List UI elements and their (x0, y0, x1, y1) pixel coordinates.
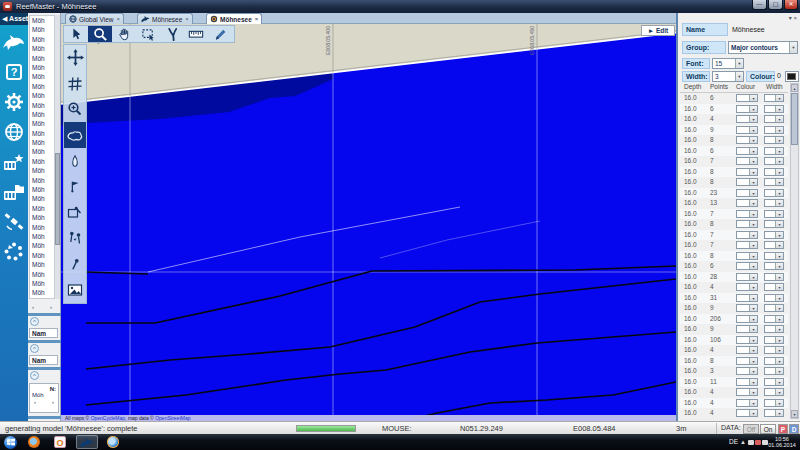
table-row[interactable]: 16.06▾▾ (680, 104, 788, 115)
map-canvas[interactable] (61, 13, 676, 421)
chevron-down-icon[interactable]: ▾ (775, 137, 783, 143)
cell-colour-select[interactable]: ▾ (736, 147, 758, 155)
list-item[interactable]: Möh (30, 119, 54, 128)
cell-colour-select[interactable]: ▾ (736, 231, 758, 239)
select-tool-button[interactable] (64, 26, 88, 42)
chevron-down-icon[interactable]: ▾ (749, 368, 757, 374)
maximize-button[interactable]: ▢ (768, 0, 783, 10)
collapse-chevron-button[interactable]: ^ (30, 344, 39, 353)
cell-width-select[interactable]: ▾ (764, 147, 784, 155)
cell-width-select[interactable]: ▾ (764, 178, 784, 186)
chevron-down-icon[interactable]: ▾ (749, 95, 757, 101)
list-item[interactable]: Möh (30, 16, 54, 25)
chevron-down-icon[interactable]: ▾ (775, 347, 783, 353)
cell-width-select[interactable]: ▾ (764, 210, 784, 218)
list-item[interactable]: Möh (30, 82, 54, 91)
cell-width-select[interactable]: ▾ (764, 126, 784, 134)
chevron-down-icon[interactable]: ▾ (749, 316, 757, 322)
cell-colour-select[interactable]: ▾ (736, 168, 758, 176)
table-row[interactable]: 16.04▾▾ (680, 398, 788, 409)
cell-width-select[interactable]: ▾ (764, 115, 784, 123)
help-icon[interactable]: ? (0, 59, 28, 85)
chevron-down-icon[interactable]: ▾ (775, 284, 783, 290)
data-off-button[interactable]: Off (743, 424, 759, 434)
buoy-marker-button[interactable] (64, 148, 86, 174)
cell-colour-select[interactable]: ▾ (736, 283, 758, 291)
chevron-down-icon[interactable]: ▾ (775, 326, 783, 332)
list-item[interactable]: Möh (30, 44, 54, 53)
chevron-down-icon[interactable]: ▾ (749, 106, 757, 112)
mini-nav[interactable]: ‹ › (30, 398, 58, 405)
group-select[interactable]: Major contours ▾ (728, 41, 798, 54)
photo-overlay-button[interactable] (64, 277, 86, 303)
scroll-up-icon[interactable]: ▴ (791, 84, 798, 92)
chevron-down-icon[interactable]: ▾ (749, 347, 757, 353)
chevron-down-icon[interactable]: ▾ (775, 116, 783, 122)
volume-icon[interactable] (748, 440, 754, 445)
flag-icon[interactable] (755, 440, 761, 445)
chevron-down-icon[interactable]: ▾ (775, 158, 783, 164)
chevron-down-icon[interactable]: ▾ (775, 358, 783, 364)
chevron-down-icon[interactable]: ▾ (749, 148, 757, 154)
cell-width-select[interactable]: ▾ (764, 283, 784, 291)
list-item[interactable]: Möh (30, 260, 54, 269)
chevron-down-icon[interactable]: ▾ (775, 232, 783, 238)
cell-width-select[interactable]: ▾ (764, 220, 784, 228)
table-row[interactable]: 16.09▾▾ (680, 125, 788, 136)
list-item[interactable]: Möh (30, 35, 54, 44)
media-folder-icon[interactable] (0, 179, 28, 205)
list-item[interactable]: Möh (30, 251, 54, 260)
cell-width-select[interactable]: ▾ (764, 105, 784, 113)
chevron-down-icon[interactable]: ▾ (775, 253, 783, 259)
close-button[interactable]: ✕ (784, 0, 798, 10)
list-item[interactable]: Möh (30, 157, 54, 166)
cell-colour-select[interactable]: ▾ (736, 220, 758, 228)
list-item[interactable]: Möh (30, 54, 54, 63)
chevron-down-icon[interactable]: ▾ (775, 169, 783, 175)
openstreetmap-link[interactable]: OpenStreetMap (155, 415, 190, 421)
table-row[interactable]: 16.08▾▾ (680, 167, 788, 178)
table-row[interactable]: 16.08▾▾ (680, 135, 788, 146)
chevron-down-icon[interactable]: ▾ (749, 253, 757, 259)
data-d-button[interactable]: D (789, 424, 799, 434)
table-scrollbar[interactable]: ▴ ▾ (790, 83, 799, 419)
table-row[interactable]: 16.08▾▾ (680, 356, 788, 367)
table-row[interactable]: 16.06▾▾ (680, 93, 788, 104)
list-item[interactable]: Möh (30, 72, 54, 81)
gps-satellite-icon[interactable] (0, 209, 28, 235)
chevron-down-icon[interactable]: ▾ (749, 337, 757, 343)
marquee-select-button[interactable] (136, 26, 160, 42)
cell-colour-select[interactable]: ▾ (736, 115, 758, 123)
cell-colour-select[interactable]: ▾ (736, 325, 758, 333)
table-row[interactable]: 16.07▾▾ (680, 156, 788, 167)
chevron-down-icon[interactable]: ▾ (775, 305, 783, 311)
table-row[interactable]: 16.04▾▾ (680, 387, 788, 398)
nav-next-icon[interactable]: › (50, 303, 52, 311)
cell-width-select[interactable]: ▾ (764, 409, 784, 417)
cell-width-select[interactable]: ▾ (764, 294, 784, 302)
table-row[interactable]: 16.08▾▾ (680, 177, 788, 188)
table-row[interactable]: 16.0106▾▾ (680, 335, 788, 346)
chevron-down-icon[interactable]: ▾ (749, 127, 757, 133)
reefmaster-logo-icon[interactable] (0, 29, 28, 55)
cell-colour-select[interactable]: ▾ (736, 252, 758, 260)
table-row[interactable]: 16.013▾▾ (680, 198, 788, 209)
tab-close-icon[interactable]: × (255, 16, 259, 22)
cell-width-select[interactable]: ▾ (764, 189, 784, 197)
chevron-down-icon[interactable]: ▾ (775, 211, 783, 217)
list-item[interactable]: Möh (30, 288, 54, 297)
taskbar-outlook[interactable]: O (50, 435, 70, 449)
collapse-chevron-button[interactable]: ^ (30, 317, 39, 326)
tray-expand-icon[interactable]: ▲ (740, 439, 746, 445)
nav-next-icon[interactable]: › (52, 399, 54, 405)
cell-width-select[interactable]: ▾ (764, 168, 784, 176)
cell-width-select[interactable]: ▾ (764, 304, 784, 312)
chevron-down-icon[interactable]: ▾ (749, 410, 757, 416)
list-item[interactable]: Möh (30, 232, 54, 241)
chevron-down-icon[interactable]: ▾ (775, 95, 783, 101)
grid-toggle-button[interactable] (64, 71, 86, 97)
collapse-chevron-button[interactable]: ^ (30, 371, 39, 380)
cell-colour-select[interactable]: ▾ (736, 136, 758, 144)
chevron-down-icon[interactable]: ▾ (749, 379, 757, 385)
cell-width-select[interactable]: ▾ (764, 315, 784, 323)
